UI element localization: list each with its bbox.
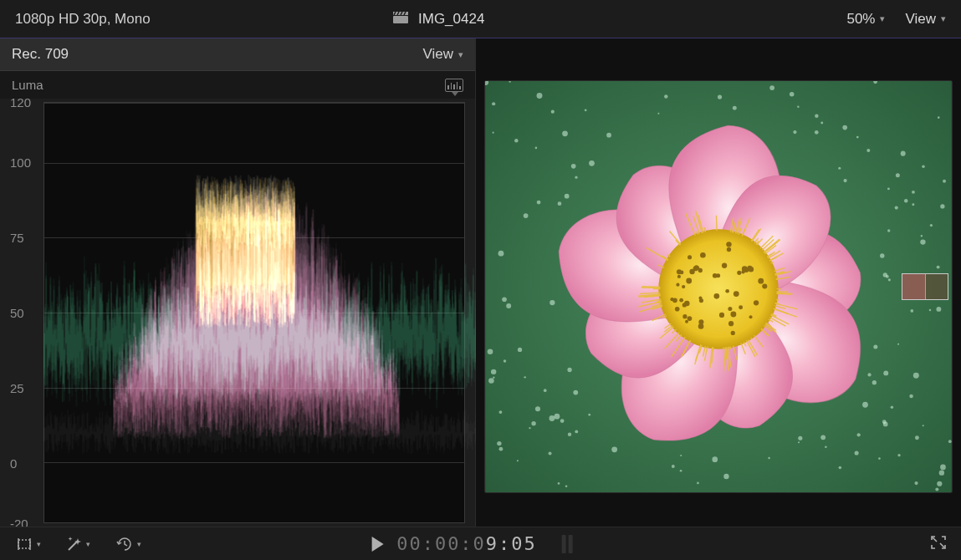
svg-point-260	[727, 247, 731, 252]
svg-point-89	[611, 446, 617, 452]
svg-point-120	[855, 451, 859, 455]
svg-point-72	[555, 414, 560, 420]
y-tick-label: 100	[10, 155, 31, 170]
svg-point-92	[573, 390, 578, 395]
svg-point-70	[862, 402, 868, 408]
svg-point-286	[762, 283, 767, 288]
svg-point-53	[923, 425, 924, 426]
svg-point-18	[936, 307, 941, 312]
angle-viewer-strip[interactable]	[902, 273, 948, 300]
svg-line-306	[933, 537, 937, 542]
svg-point-111	[488, 349, 493, 354]
svg-point-87	[565, 485, 568, 487]
svg-point-129	[839, 466, 842, 470]
y-tick-label: 50	[10, 306, 24, 320]
svg-point-40	[502, 298, 507, 303]
y-tick-label: 75	[10, 230, 24, 244]
fullscreen-button[interactable]	[931, 536, 946, 552]
clip-name-label: IMG_0424	[418, 11, 484, 28]
svg-point-49	[657, 113, 659, 115]
svg-point-125	[537, 201, 541, 205]
svg-point-64	[571, 164, 576, 169]
svg-point-97	[857, 433, 861, 436]
svg-point-101	[856, 136, 859, 139]
play-button[interactable]	[371, 537, 383, 552]
svg-point-119	[589, 160, 595, 166]
svg-point-28	[493, 132, 494, 134]
scope-layout-button[interactable]	[445, 79, 463, 92]
svg-point-74	[929, 309, 932, 312]
chevron-down-icon: ▾	[880, 13, 885, 24]
viewer-frame[interactable]	[484, 80, 953, 493]
svg-point-32	[935, 488, 938, 491]
svg-point-256	[722, 263, 727, 268]
viewer-view-label: View	[905, 11, 936, 28]
viewer-bottom-toolbar: ▾ ▾ ▾ 00:00:09:05	[0, 527, 961, 560]
svg-point-297	[684, 301, 690, 307]
viewer-view-dropdown[interactable]: View ▾	[905, 11, 946, 28]
chevron-down-icon: ▾	[137, 540, 141, 548]
video-scope-panel: Rec. 709 View ▾ Luma 1201007550250-20	[0, 38, 476, 527]
svg-point-46	[872, 380, 877, 384]
timecode-display[interactable]: 00:00:09:05	[396, 533, 537, 554]
svg-point-117	[680, 455, 682, 456]
scope-mode-bar: Luma	[0, 71, 475, 99]
svg-point-23	[891, 405, 893, 408]
svg-point-253	[731, 331, 735, 335]
svg-line-212	[642, 287, 660, 288]
svg-line-141	[717, 216, 718, 232]
auto-enhance-tool[interactable]: ▾	[66, 537, 90, 552]
svg-point-16	[499, 447, 504, 451]
svg-point-291	[699, 298, 703, 303]
svg-point-277	[686, 278, 692, 284]
svg-point-84	[882, 420, 887, 424]
svg-point-108	[897, 344, 899, 345]
svg-point-294	[737, 271, 741, 275]
svg-point-292	[689, 269, 694, 274]
timecode-leading: 00:00:0	[396, 533, 486, 554]
svg-point-58	[940, 204, 944, 208]
audio-meters[interactable]	[562, 535, 573, 553]
svg-point-100	[712, 456, 718, 462]
svg-point-86	[537, 93, 543, 99]
retime-menu[interactable]: ▾	[115, 537, 141, 551]
scope-view-dropdown[interactable]: View ▾	[422, 46, 463, 63]
svg-point-284	[688, 316, 693, 321]
svg-point-301	[754, 300, 759, 305]
svg-point-273	[682, 314, 687, 318]
svg-point-79	[937, 266, 940, 269]
svg-point-31	[820, 121, 823, 124]
svg-point-11	[664, 94, 667, 98]
svg-point-295	[700, 252, 706, 258]
range-selection-tool[interactable]: ▾	[15, 538, 41, 550]
svg-point-17	[880, 253, 884, 257]
svg-point-113	[913, 373, 919, 379]
svg-point-121	[567, 368, 571, 372]
svg-point-261	[698, 268, 703, 272]
scope-header: Rec. 709 View ▾	[0, 38, 475, 71]
svg-point-123	[797, 106, 799, 108]
svg-point-9	[535, 147, 538, 150]
svg-point-279	[682, 285, 685, 288]
svg-point-104	[842, 125, 847, 130]
svg-point-122	[815, 115, 818, 118]
svg-point-54	[888, 278, 891, 281]
viewer-top-bar: 1080p HD 30p, Mono IMG_0424 50% ▾ View ▾	[0, 0, 961, 38]
scope-view-label: View	[422, 46, 453, 63]
color-profile-label: Rec. 709	[12, 46, 69, 63]
svg-point-21	[558, 201, 562, 206]
svg-point-288	[739, 305, 743, 309]
svg-point-118	[920, 239, 925, 244]
zoom-dropdown[interactable]: 50% ▾	[846, 11, 885, 28]
svg-point-36	[493, 376, 494, 378]
svg-point-264	[725, 289, 729, 293]
chevron-down-icon: ▾	[86, 540, 90, 548]
svg-point-35	[895, 206, 898, 209]
viewer-pane	[476, 38, 961, 527]
zoom-value: 50%	[846, 11, 875, 28]
svg-point-82	[897, 454, 900, 456]
y-tick-label: 0	[10, 456, 17, 470]
svg-point-94	[793, 130, 796, 134]
svg-point-33	[550, 300, 555, 305]
svg-point-124	[937, 481, 942, 486]
